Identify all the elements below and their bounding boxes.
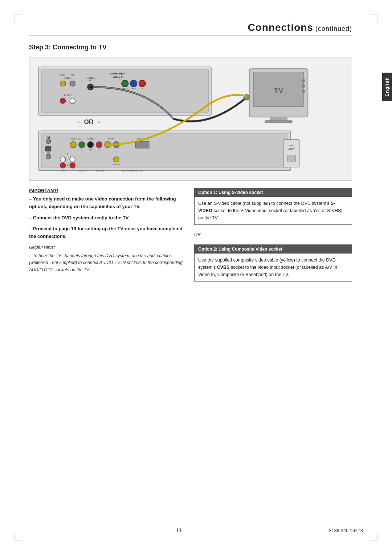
option1-text1: Use an S-video cable (not supplied) to c… (198, 201, 331, 206)
svg-point-29 (70, 142, 76, 148)
svg-text:MAINS: MAINS (287, 148, 295, 150)
svg-rect-66 (265, 121, 292, 123)
hint-title: Helpful Hints: (29, 244, 187, 251)
svg-text:TV IN: TV IN (60, 170, 66, 172)
important-text: – You only need to make one video connec… (29, 195, 187, 211)
svg-point-20 (60, 98, 65, 104)
svg-text:VIDEO: VIDEO (64, 77, 72, 79)
svg-point-47 (60, 157, 65, 162)
page-title: Connections (continued) (29, 22, 352, 36)
title-continued: (continued) (313, 25, 352, 32)
option2-bold: CVBS (217, 265, 230, 270)
bottom-row: IMPORTANT! – You only need to make one v… (29, 188, 352, 281)
option1-box: Option 1: Using S-Video socket Use an S-… (194, 188, 352, 225)
svg-rect-61 (287, 155, 295, 162)
svg-point-21 (70, 98, 75, 104)
svg-point-69 (302, 90, 305, 93)
title-text: Connections (248, 22, 313, 33)
svg-rect-35 (135, 141, 149, 148)
svg-point-31 (87, 142, 94, 148)
svg-text:AUX IN: AUX IN (78, 170, 85, 172)
svg-point-39 (46, 139, 50, 143)
svg-point-6 (139, 80, 146, 87)
part-number: 3139 246 16473 (329, 528, 363, 533)
option2-body: Use the supplied composite video cable (… (195, 254, 352, 281)
svg-text:~AC: ~AC (289, 144, 294, 147)
svg-point-48 (70, 157, 75, 162)
svg-point-32 (96, 142, 102, 148)
svg-rect-65 (270, 117, 287, 121)
svg-text:R: R (67, 164, 69, 167)
svg-text:TV: TV (274, 86, 283, 94)
svg-text:VIDEO: VIDEO (113, 163, 120, 166)
svg-text:PB: PB (89, 149, 92, 151)
svg-point-14 (70, 81, 75, 86)
important-text-2: – Connect the DVD system directly to the… (29, 214, 187, 222)
svg-point-67 (302, 80, 305, 82)
option2-header: Option 2: Using Composite Video socket (195, 245, 352, 254)
option1-text2: socket to the S-Video input socket (or l… (198, 208, 343, 220)
svg-point-4 (122, 80, 128, 87)
svg-point-13 (60, 81, 65, 86)
helpful-hints: Helpful Hints: – To hear the TV channels… (29, 244, 187, 274)
english-tab: English (382, 73, 392, 101)
svg-text:← OR →: ← OR → (76, 118, 101, 125)
svg-point-68 (302, 85, 305, 88)
svg-text:L: L (67, 153, 69, 155)
svg-point-30 (79, 142, 85, 148)
diagram-area: COMPONENT VIDEO IN Pb/Cr Pr/Cb Y OUT IN … (29, 57, 352, 181)
svg-text:IN: IN (89, 79, 92, 82)
option2-box: Option 2: Using Composite Video socket U… (194, 244, 352, 281)
svg-text:Y: Y (81, 149, 83, 151)
svg-point-17 (87, 84, 94, 90)
or-separator: OR (194, 232, 352, 237)
svg-text:S-VIDEO: S-VIDEO (86, 77, 95, 79)
svg-text:IN: IN (71, 73, 74, 76)
connection-diagram: COMPONENT VIDEO IN Pb/Cr Pr/Cb Y OUT IN … (35, 63, 346, 174)
hint-body: – To hear the TV channels through this D… (29, 252, 187, 274)
important-text-3: – Proceed to page 19 for setting up the … (29, 225, 187, 240)
option1-header: Option 1: Using S-Video socket (195, 188, 352, 197)
option1-body: Use an S-video cable (not supplied) to c… (195, 197, 352, 224)
svg-point-51 (70, 163, 75, 168)
page-number: 11 (176, 527, 182, 533)
svg-text:AUDIO: AUDIO (64, 94, 72, 97)
svg-rect-58 (284, 139, 299, 167)
page-footer: 11 3139 246 16473 (0, 527, 392, 533)
important-label: IMPORTANT! (29, 188, 187, 193)
svg-text:OUT: OUT (60, 73, 65, 76)
svg-text:ANT: ANT (46, 152, 50, 154)
svg-point-52 (114, 157, 119, 162)
corner-mark-bl (15, 533, 22, 540)
corner-mark-br (370, 533, 377, 540)
svg-text:TO AV SUBWOOFER: TO AV SUBWOOFER (122, 170, 142, 172)
svg-text:COMPONENT: COMPONENT (110, 72, 126, 75)
svg-text:ANT: ANT (46, 136, 50, 138)
right-column: Option 1: Using S-Video socket Use an S-… (194, 188, 352, 281)
left-column: IMPORTANT! – You only need to make one v… (29, 188, 187, 281)
svg-point-43 (46, 154, 50, 159)
svg-text:AV1AL: AV1AL (108, 137, 115, 140)
corner-mark-tr (370, 15, 377, 22)
page-content: Connections (continued) Step 3: Connecti… (29, 22, 363, 281)
svg-text:VIDEO OUT: VIDEO OUT (70, 137, 83, 140)
svg-text:Pr/Cb: Pr/Cb (131, 88, 136, 90)
svg-rect-40 (46, 146, 51, 151)
corner-mark-tl (15, 15, 22, 22)
svg-text:LINE OUT: LINE OUT (96, 170, 106, 172)
step-heading: Step 3: Connecting to TV (29, 44, 352, 51)
svg-text:VIDEO IN: VIDEO IN (113, 76, 123, 78)
svg-text:Y: Y (142, 88, 143, 90)
svg-text:PR: PR (98, 149, 101, 151)
svg-text:SVHS: SVHS (87, 137, 94, 140)
one-underline: one (85, 196, 94, 202)
svg-point-5 (130, 80, 137, 87)
svg-point-50 (60, 163, 65, 168)
